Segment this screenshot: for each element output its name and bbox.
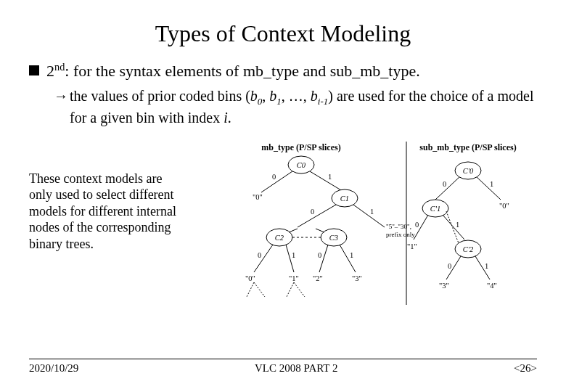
arrow-bi: bi-1 (311, 88, 328, 104)
leaf-530a: "5"–"30", (386, 223, 411, 230)
bullet-1-text: 2nd: for the syntax elements of mb_type … (46, 60, 420, 82)
binary-tree-diagram: mb_type (P/SP slices) sub_mb_type (P/SP … (189, 142, 537, 309)
node-cp0: C'0 (463, 167, 474, 175)
leaf-3r: "3" (439, 282, 449, 290)
content-row: These context models are only used to se… (29, 142, 537, 309)
edge-1e: 1 (490, 180, 493, 188)
bullet-term2: sub_mb_type (330, 62, 417, 80)
node-c0: C0 (297, 161, 306, 169)
left-tree-header: mb_type (P/SP slices) (261, 142, 340, 152)
edge-0g: 0 (448, 262, 451, 270)
tree-caption: These context models are only used to se… (29, 142, 181, 253)
footer: 2020/10/29 VLC 2008 PART 2 <26> (29, 359, 537, 375)
edge-1b: 1 (370, 208, 374, 216)
footer-divider (29, 359, 537, 359)
footer-row: 2020/10/29 VLC 2008 PART 2 <26> (29, 362, 537, 375)
edge-0d: 0 (318, 251, 321, 259)
footer-center: VLC 2008 PART 2 (255, 362, 338, 375)
footer-page: <26> (514, 362, 537, 375)
node-cp1: C'1 (430, 205, 441, 213)
page-title: Types of Context Modeling (29, 20, 537, 47)
node-c2: C2 (275, 234, 284, 242)
arrow-t1: the values of prior coded bins ( (70, 88, 250, 104)
right-tree-header: sub_mb_type (P/SP slices) (419, 142, 516, 152)
svg-line-22 (477, 177, 501, 200)
node-c3: C3 (329, 234, 338, 242)
svg-line-12 (254, 245, 273, 272)
leaf-1r: "1" (407, 242, 417, 250)
svg-line-10 (316, 229, 324, 232)
leaf-1b: "1" (289, 274, 299, 282)
svg-line-18 (287, 282, 294, 297)
arrow-icon: → (54, 86, 68, 105)
bullet-1: 2nd: for the syntax elements of mb_type … (29, 60, 537, 82)
square-bullet-icon (29, 65, 39, 75)
bullet-rest1: : for the syntax elements of (65, 62, 243, 80)
bullet-term1: mb_type (243, 62, 299, 80)
svg-line-8 (289, 229, 298, 232)
edge-0e: 0 (443, 180, 446, 188)
arrow-c2: , …, (282, 88, 311, 104)
svg-line-21 (435, 177, 459, 200)
leaf-0: "0" (253, 193, 263, 201)
edge-0f: 0 (415, 221, 419, 229)
edge-0: 0 (272, 173, 276, 181)
bullet-end: . (416, 62, 420, 80)
arrow-c1: , (262, 88, 269, 104)
node-c1: C1 (340, 195, 349, 203)
leaf-4r: "4" (487, 282, 497, 290)
edge-1d: 1 (350, 251, 353, 259)
leaf-2: "2" (313, 274, 323, 282)
edge-0b: 0 (311, 208, 314, 216)
edge-0c: 0 (258, 251, 261, 259)
svg-line-6 (353, 205, 385, 227)
leaf-0b: "0" (245, 274, 255, 282)
arrow-b0: b0 (250, 88, 263, 104)
svg-line-19 (294, 282, 305, 297)
sub-bullet-1: → the values of prior coded bins (b0, b1… (54, 86, 537, 127)
bullet-prefix: 2 (46, 62, 54, 80)
svg-line-16 (247, 282, 254, 297)
arrow-b1: b1 (269, 88, 282, 104)
edge-1c: 1 (292, 251, 295, 259)
bullet-mid: and (299, 62, 330, 80)
slide: Types of Context Modeling 2nd: for the s… (0, 0, 566, 392)
svg-line-5 (298, 205, 336, 227)
leaf-530b: prefix only (386, 231, 415, 238)
bullet-super: nd (54, 61, 65, 73)
svg-line-3 (310, 171, 345, 192)
svg-line-25 (443, 215, 464, 240)
edge-1f: 1 (456, 221, 459, 229)
edge-1g: 1 (485, 262, 488, 270)
svg-line-17 (254, 282, 265, 297)
sub-bullet-1-text: the values of prior coded bins (b0, b1, … (70, 86, 537, 127)
footer-date: 2020/10/29 (29, 362, 78, 375)
arrow-t3: . (228, 110, 231, 126)
leaf-0r: "0" (499, 202, 509, 210)
leaf-3: "3" (352, 274, 362, 282)
svg-line-2 (261, 171, 292, 192)
edge-1: 1 (328, 173, 332, 181)
node-cp2: C'2 (463, 245, 474, 253)
